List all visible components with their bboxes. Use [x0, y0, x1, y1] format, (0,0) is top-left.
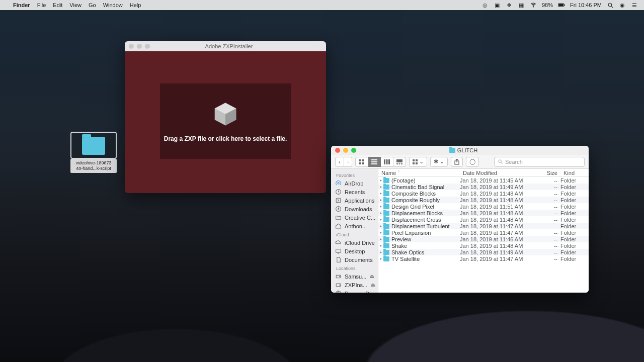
- desktop-folder[interactable]: videohive-189673 40-hand...k-script: [70, 132, 117, 173]
- disclosure-triangle[interactable]: ▸: [378, 185, 383, 189]
- status-icon[interactable]: ❖: [506, 2, 513, 9]
- disclosure-triangle[interactable]: ▸: [378, 256, 383, 261]
- sidebar-item[interactable]: Creative C...: [331, 213, 378, 222]
- spotlight-icon[interactable]: [607, 2, 614, 9]
- svg-point-30: [338, 183, 339, 184]
- table-row[interactable]: ▸Displacement TurbulentJan 18, 2019 at 1…: [378, 223, 589, 229]
- svg-rect-18: [388, 159, 390, 164]
- table-row[interactable]: ▸Displacement CrossJan 18, 2019 at 11:48…: [378, 216, 589, 223]
- sidebar-item[interactable]: Desktop: [331, 247, 378, 255]
- sidebar-item[interactable]: Applications: [331, 196, 378, 205]
- tags-button[interactable]: ◯: [466, 157, 479, 167]
- home-icon: [335, 223, 342, 229]
- file-date: Jan 18, 2019 at 11:47 AM: [460, 223, 535, 229]
- menu-view[interactable]: View: [69, 2, 82, 8]
- disclosure-triangle[interactable]: ▸: [378, 178, 383, 183]
- table-row[interactable]: ▸ShakeJan 18, 2019 at 11:48 AM--Folder: [378, 242, 589, 249]
- action-button[interactable]: ✱ ⌄: [430, 157, 448, 167]
- disclosure-triangle[interactable]: ▸: [378, 191, 383, 196]
- disclosure-triangle[interactable]: ▸: [378, 230, 383, 235]
- sidebar-item[interactable]: AirDrop: [331, 179, 378, 188]
- file-name: Shake: [391, 243, 460, 249]
- file-size: --: [535, 184, 560, 190]
- notifications-icon[interactable]: ☰: [631, 2, 638, 9]
- disclosure-triangle[interactable]: ▸: [378, 198, 383, 202]
- arrange-button[interactable]: ⌄: [409, 157, 427, 167]
- table-row[interactable]: ▸PreviewJan 18, 2019 at 11:46 AM--Folder: [378, 236, 589, 242]
- table-row[interactable]: ▸Composite BlocksJan 18, 2019 at 11:48 A…: [378, 190, 589, 197]
- table-row[interactable]: ▸Composite RoughlyJan 18, 2019 at 11:48 …: [378, 197, 589, 203]
- eject-icon[interactable]: ⏏: [370, 282, 375, 288]
- table-row[interactable]: ▸TV SatelliteJan 18, 2019 at 11:47 AM--F…: [378, 255, 589, 262]
- table-row[interactable]: ▸Displacement BlocksJan 18, 2019 at 11:4…: [378, 210, 589, 216]
- sidebar-item[interactable]: ZXPIns...⏏: [331, 281, 378, 289]
- menu-help[interactable]: Help: [130, 2, 141, 8]
- col-date[interactable]: Date Modified: [460, 170, 535, 176]
- view-icon-button[interactable]: [355, 157, 368, 167]
- status-icon[interactable]: ▦: [518, 2, 525, 9]
- disclosure-triangle[interactable]: ▸: [378, 217, 383, 222]
- status-icon[interactable]: ▣: [494, 2, 501, 9]
- battery-percent[interactable]: 98%: [542, 2, 553, 8]
- status-icon[interactable]: ◎: [481, 2, 489, 9]
- folder-icon: [383, 204, 389, 209]
- table-row[interactable]: ▸Pixel ExpansionJan 18, 2019 at 11:47 AM…: [378, 229, 589, 236]
- menu-edit[interactable]: Edit: [53, 2, 62, 8]
- sidebar-item[interactable]: Remote Di...: [331, 289, 378, 293]
- folder-icon: [383, 217, 389, 222]
- zxp-drop-zone[interactable]: Drag a ZXP file or click here to select …: [160, 83, 291, 159]
- table-row[interactable]: ▸Cinematic Bad SignalJan 18, 2019 at 11:…: [378, 184, 589, 190]
- file-size: --: [535, 217, 560, 223]
- menu-window[interactable]: Window: [103, 2, 123, 8]
- disclosure-triangle[interactable]: ▸: [378, 211, 383, 215]
- wifi-icon[interactable]: [530, 2, 537, 9]
- siri-icon[interactable]: ◉: [619, 2, 626, 9]
- finder-titlebar[interactable]: GLITCH: [331, 146, 589, 155]
- eject-icon[interactable]: ⏏: [369, 273, 374, 280]
- back-button[interactable]: ‹: [335, 157, 344, 167]
- col-kind[interactable]: Kind: [560, 170, 589, 176]
- table-row[interactable]: ▸(Footage)Jan 18, 2019 at 11:45 AM--Fold…: [378, 177, 589, 184]
- file-name: Composite Blocks: [391, 191, 460, 197]
- svg-point-4: [608, 3, 612, 7]
- menu-go[interactable]: Go: [89, 2, 96, 8]
- clock-icon: [335, 189, 342, 195]
- file-kind: Folder: [560, 204, 589, 210]
- table-row[interactable]: ▸Design Grid PixelJan 18, 2019 at 11:51 …: [378, 203, 589, 210]
- folder-icon: [383, 185, 389, 190]
- disclosure-triangle[interactable]: ▸: [378, 224, 383, 228]
- sidebar-item-label: Applications: [345, 198, 374, 204]
- disk-icon: [335, 273, 342, 280]
- sidebar-item[interactable]: Recents: [331, 188, 378, 196]
- disclosure-triangle[interactable]: ▸: [378, 237, 383, 241]
- col-size[interactable]: Size: [535, 170, 560, 176]
- sidebar-item[interactable]: Samsu...⏏: [331, 272, 378, 281]
- search-field[interactable]: Search: [494, 157, 585, 167]
- menubar: Finder File Edit View Go Window Help ◎ ▣…: [0, 0, 644, 10]
- file-date: Jan 18, 2019 at 11:47 AM: [460, 230, 535, 236]
- clock[interactable]: Fri 10:46 PM: [570, 2, 602, 8]
- svg-point-38: [340, 285, 340, 286]
- sidebar-item[interactable]: Anthon...: [331, 222, 378, 230]
- disclosure-triangle[interactable]: ▸: [378, 204, 383, 209]
- airdrop-icon: [335, 180, 342, 187]
- menu-file[interactable]: File: [37, 2, 46, 8]
- app-menu[interactable]: Finder: [13, 2, 30, 8]
- svg-rect-32: [336, 198, 341, 203]
- sidebar-item[interactable]: iCloud Drive: [331, 238, 378, 247]
- zxp-titlebar[interactable]: Adobe ZXPInstaller: [125, 41, 326, 51]
- forward-button[interactable]: ›: [344, 157, 353, 167]
- table-row[interactable]: ▸Shake OpticsJan 18, 2019 at 11:49 AM--F…: [378, 249, 589, 255]
- file-date: Jan 18, 2019 at 11:48 AM: [460, 217, 535, 223]
- sidebar-item[interactable]: Documents: [331, 255, 378, 264]
- file-size: --: [535, 223, 560, 229]
- view-list-button[interactable]: [368, 157, 381, 167]
- disclosure-triangle[interactable]: ▸: [378, 243, 383, 248]
- disclosure-triangle[interactable]: ▸: [378, 250, 383, 254]
- col-name[interactable]: Name ˆ: [378, 170, 460, 176]
- column-headers[interactable]: Name ˆ Date Modified Size Kind: [378, 169, 589, 177]
- view-gallery-button[interactable]: [393, 157, 406, 167]
- view-column-button[interactable]: [381, 157, 393, 167]
- share-button[interactable]: [451, 157, 463, 167]
- sidebar-item[interactable]: Downloads: [331, 205, 378, 213]
